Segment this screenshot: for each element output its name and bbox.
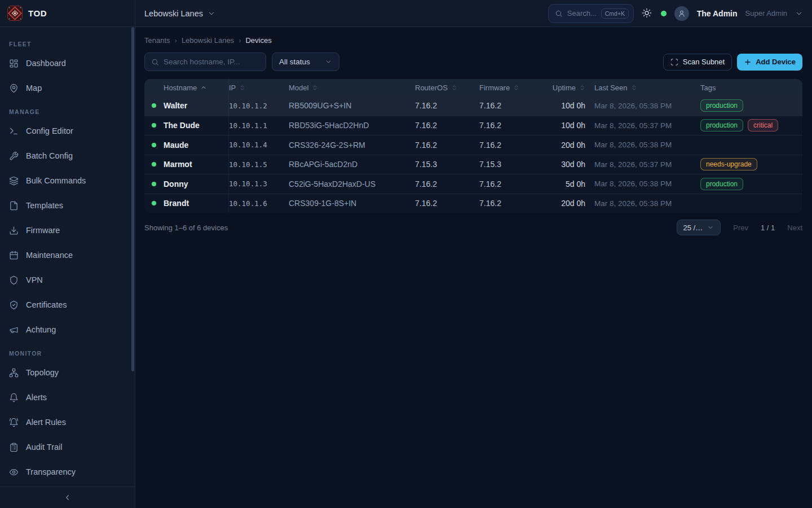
sort-icon [631, 85, 637, 91]
header-model[interactable]: Model [289, 84, 415, 92]
topbar-right: Search... Cmd+K The Admin Super Admin [548, 4, 803, 23]
shield-icon [9, 275, 19, 285]
cell-routeros: 7.16.2 [415, 121, 479, 130]
page-size-select[interactable]: 25 /… [677, 220, 721, 235]
page-indicator: 1 / 1 [761, 224, 775, 232]
table-row[interactable]: Walter 10.10.1.2 RB5009UG+S+IN 7.16.2 7.… [144, 96, 802, 116]
chevron-left-icon [63, 493, 72, 502]
header-routeros[interactable]: RouterOS [415, 84, 479, 92]
header-uptime[interactable]: Uptime [536, 84, 585, 92]
wrench-icon [9, 151, 19, 161]
sidebar-item-achtung[interactable]: Achtung [6, 318, 129, 341]
sort-icon [312, 85, 318, 91]
cell-status [144, 123, 164, 128]
logo-row: TOD [0, 0, 135, 27]
global-search[interactable]: Search... Cmd+K [548, 4, 634, 23]
table-row[interactable]: The Dude 10.10.1.1 RBD53iG-5HacD2HnD 7.1… [144, 116, 802, 135]
sidebar-item-dashboard[interactable]: Dashboard [6, 52, 129, 75]
status-filter-value: All status [279, 58, 310, 66]
cell-firmware: 7.16.2 [479, 101, 536, 110]
sidebar-item-certificates[interactable]: Certificates [6, 294, 129, 316]
terminal-icon [9, 126, 19, 136]
add-device-button[interactable]: Add Device [737, 54, 802, 71]
sidebar-nav: FLEET Dashboard Map MANAGE Config Editor… [0, 27, 135, 487]
tenant-name: Lebowski Lanes [144, 9, 203, 18]
sidebar-item-label: Dashboard [26, 59, 66, 68]
sidebar-item-topology[interactable]: Topology [6, 361, 129, 384]
cell-uptime: 5d 0h [536, 179, 585, 189]
breadcrumb-current: Devices [245, 36, 271, 45]
sidebar-item-map[interactable]: Map [6, 77, 129, 99]
cell-routeros: 7.16.2 [415, 199, 479, 208]
calendar-icon [9, 251, 19, 260]
tag-production: production [700, 178, 743, 190]
status-online-dot [152, 182, 156, 186]
theme-toggle-button[interactable] [642, 8, 653, 19]
table-row[interactable]: Brandt 10.10.1.6 CRS309-1G-8S+IN 7.16.2 … [144, 194, 802, 213]
cell-last-seen: Mar 8, 2026, 05:38 PM [585, 141, 696, 149]
breadcrumb-tenants[interactable]: Tenants [144, 36, 170, 45]
bell-icon [9, 393, 19, 402]
breadcrumb: Tenants › Lebowski Lanes › Devices [144, 36, 802, 45]
cell-ip: 10.10.1.3 [229, 179, 289, 188]
sidebar-item-config-editor[interactable]: Config Editor [6, 120, 129, 142]
sidebar-item-audit-trail[interactable]: Audit Trail [6, 436, 129, 458]
cell-routeros: 7.16.2 [415, 101, 479, 110]
table-header-row: Hostname IP Model RouterOS [144, 79, 802, 96]
cell-model: CRS309-1G-8S+IN [289, 199, 415, 208]
cell-model: C52iG-5HaxD2HaxD-US [289, 179, 415, 189]
header-last-seen[interactable]: Last Seen [585, 84, 696, 92]
header-label: Uptime [553, 84, 576, 92]
cell-uptime: 10d 0h [536, 101, 585, 110]
device-search-input[interactable]: Search hostname, IP... [144, 52, 266, 71]
global-search-placeholder: Search... [567, 9, 597, 17]
cell-firmware: 7.16.2 [479, 179, 536, 189]
connection-status-dot [661, 11, 667, 16]
next-page-button[interactable]: Next [787, 224, 802, 232]
sidebar-item-vpn[interactable]: VPN [6, 269, 129, 291]
table-row[interactable]: Donny 10.10.1.3 C52iG-5HaxD2HaxD-US 7.16… [144, 174, 802, 194]
status-filter-select[interactable]: All status [272, 52, 339, 71]
sidebar-item-templates[interactable]: Templates [6, 194, 129, 217]
tenant-switcher[interactable]: Lebowski Lanes [144, 9, 215, 18]
table-row[interactable]: Maude 10.10.1.4 CRS326-24G-2S+RM 7.16.2 … [144, 135, 802, 155]
prev-page-button[interactable]: Prev [733, 224, 748, 232]
cell-status [144, 143, 164, 147]
pagination: 25 /… Prev 1 / 1 Next [677, 220, 802, 235]
user-name: The Admin [697, 9, 738, 18]
scan-subnet-button[interactable]: Scan Subnet [663, 54, 732, 71]
sidebar-item-alert-rules[interactable]: Alert Rules [6, 411, 129, 433]
breadcrumb-tenant-name[interactable]: Lebowski Lanes [182, 36, 234, 45]
status-online-dot [152, 123, 156, 128]
sidebar-item-transparency[interactable]: Transparency [6, 461, 129, 483]
add-device-label: Add Device [756, 58, 796, 66]
table-row[interactable]: Marmot 10.10.1.5 RBcAPGi-5acD2nD 7.15.3 … [144, 155, 802, 174]
main-area: Lebowski Lanes Search... Cmd+K The Admin… [135, 0, 812, 508]
bell-ring-icon [9, 418, 19, 427]
header-hostname[interactable]: Hostname [164, 79, 229, 96]
sidebar-item-bulk-commands[interactable]: Bulk Commands [6, 169, 129, 192]
filter-row: Search hostname, IP... All status Scan S… [144, 52, 802, 71]
cell-routeros: 7.16.2 [415, 179, 479, 189]
user-menu-chevron-icon[interactable] [795, 10, 803, 17]
cell-uptime: 20d 0h [536, 199, 585, 208]
sort-ascending-icon [200, 84, 207, 91]
cell-tags: production [696, 99, 802, 112]
cell-status [144, 201, 164, 205]
sidebar-item-label: Batch Config [26, 151, 73, 160]
sidebar-item-batch-config[interactable]: Batch Config [6, 144, 129, 167]
collapse-sidebar-button[interactable] [0, 487, 135, 508]
avatar[interactable] [674, 6, 689, 21]
sidebar-scrollbar[interactable] [131, 27, 134, 371]
header-ip[interactable]: IP [229, 84, 289, 92]
chevron-down-icon [325, 58, 332, 65]
sidebar-item-label: Config Editor [26, 126, 73, 135]
header-firmware[interactable]: Firmware [479, 84, 536, 92]
sidebar-item-alerts[interactable]: Alerts [6, 386, 129, 409]
cell-status [144, 182, 164, 186]
sidebar-item-maintenance[interactable]: Maintenance [6, 244, 129, 266]
sidebar-item-firmware[interactable]: Firmware [6, 219, 129, 242]
cell-routeros: 7.15.3 [415, 160, 479, 169]
status-online-dot [152, 162, 156, 167]
status-online-dot [152, 201, 156, 205]
